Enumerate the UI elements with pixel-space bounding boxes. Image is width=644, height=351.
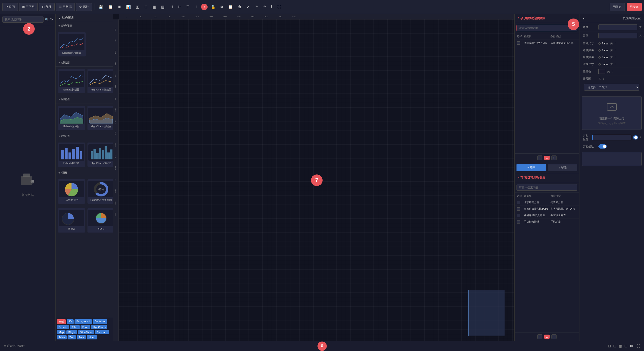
back-button[interactable]: ↩ 返回 xyxy=(2,3,18,11)
table-icon-btn[interactable]: ⊞ xyxy=(116,3,123,11)
publish-button[interactable]: 图发布 xyxy=(627,3,642,11)
project-checkbox-2[interactable] xyxy=(517,207,520,210)
tag-Standard[interactable]: Standard xyxy=(95,330,109,334)
bound-checkbox-1[interactable] xyxy=(517,42,520,45)
check-icon-btn[interactable]: ✓ xyxy=(245,3,252,11)
project-row-1[interactable]: 北京销售分析 销售额分析 xyxy=(515,199,579,206)
project-row-2[interactable]: 各省份流量占比TOP5 各省份流量占比TOP5 xyxy=(515,206,579,212)
resource-upload-area[interactable]: 请选择一个资源上传 支持png,jpg,gif,bmp格式 xyxy=(582,96,642,130)
search-submit-button[interactable]: 🔍 xyxy=(45,18,49,21)
delete-icon-btn[interactable]: 🗑 xyxy=(236,3,244,11)
project-checkbox-4[interactable] xyxy=(517,220,520,224)
project-next-btn[interactable]: › xyxy=(552,334,556,339)
category-header-区域[interactable]: ∨ 区域图 xyxy=(56,96,113,104)
component-highcharts-柱状[interactable]: HighCharts柱状图 xyxy=(88,142,113,167)
project-checkbox-3[interactable] xyxy=(517,214,520,217)
bound-row-1[interactable]: 省间流量分企业占比 省间流量分企业占比 xyxy=(515,40,579,46)
tag-Container[interactable]: Container xyxy=(93,319,108,324)
data-button[interactable]: ☰ 目数据 xyxy=(56,3,75,11)
resource-select[interactable]: 请选择一个资源 xyxy=(584,84,639,91)
info-icon-btn[interactable]: ℹ xyxy=(269,3,274,11)
category-header-综合[interactable]: ∨ 综合图表 xyxy=(56,22,113,30)
page-title-toggle[interactable] xyxy=(633,135,638,140)
bg-image-info-icon[interactable]: ℹ xyxy=(603,77,604,80)
tag-Form[interactable]: Form xyxy=(80,325,90,329)
props-button[interactable]: ⚙ 属性 xyxy=(76,3,92,11)
align-bottom-btn[interactable]: ⊥ xyxy=(193,3,200,11)
grid-icon-btn[interactable]: ▦ xyxy=(618,344,622,348)
project-prev-btn[interactable]: ‹ xyxy=(537,334,542,339)
align-top-btn[interactable]: ⊤ xyxy=(184,3,191,11)
chart-icon-btn[interactable]: 📊 xyxy=(124,3,132,11)
project-row-3[interactable]: 各省流出/流入流量... 各省流量列表 xyxy=(515,212,579,219)
component-echarts-进度条饼图[interactable]: 61% Echarts进度条饼图 xyxy=(88,179,113,204)
tag-3D[interactable]: 3D xyxy=(67,319,74,324)
copy-icon-btn[interactable]: ⧉ xyxy=(219,3,225,11)
component-extra-2[interactable]: 图表B xyxy=(88,208,113,232)
rescale-info-icon[interactable]: ℹ xyxy=(614,42,616,45)
tag-Echarts[interactable]: Echarts xyxy=(57,325,69,329)
tag-Plugin[interactable]: Plugin xyxy=(66,330,77,334)
project-search-input[interactable] xyxy=(516,184,577,191)
remove-button[interactable]: ∨ 移除 xyxy=(548,164,578,171)
resize-icon-btn[interactable]: ⊡ xyxy=(608,344,611,348)
width-input[interactable] xyxy=(598,24,637,30)
canvas-element[interactable] xyxy=(468,290,505,336)
tag-Background[interactable]: Background xyxy=(74,319,92,324)
page-desc-toggle[interactable] xyxy=(598,144,607,148)
category-header-柱状[interactable]: ∨ 柱状图 xyxy=(56,132,113,140)
tag-Tree[interactable]: Tree xyxy=(77,335,86,340)
save-button[interactable]: 图保存 xyxy=(610,3,625,11)
component-button[interactable]: ⊡ 部件 xyxy=(39,3,54,11)
tag-Table[interactable]: Table xyxy=(57,335,67,340)
align-left-btn[interactable]: ⊣ xyxy=(168,3,175,11)
redo-icon-btn[interactable]: ↷ xyxy=(253,3,260,11)
crop-icon-btn[interactable]: ⊞ xyxy=(613,344,616,348)
height-input[interactable] xyxy=(598,33,637,38)
component-highcharts-区域[interactable]: HighCharts区域图 xyxy=(88,106,113,130)
layout-icon-btn[interactable]: ▤ xyxy=(159,3,166,11)
canvas-area[interactable]: 0 50 100 150 200 250 300 350 400 450 500… xyxy=(114,14,514,341)
grid-icon-btn[interactable]: ▦ xyxy=(151,3,158,11)
canvas-content[interactable]: 7 xyxy=(119,20,514,341)
fill-width-info-icon[interactable]: ℹ xyxy=(614,49,616,52)
project-checkbox-1[interactable] xyxy=(517,201,520,204)
scatter-icon-btn[interactable]: ⊡ xyxy=(142,3,149,11)
refresh-button[interactable]: ↻ xyxy=(50,18,53,21)
component-echarts-综合[interactable]: Echarts综合图表 xyxy=(58,32,86,56)
paste-icon-btn[interactable]: 📋 xyxy=(226,3,235,11)
fill-height-info-icon[interactable]: ℹ xyxy=(614,56,616,59)
shrink-info-icon[interactable]: ℹ xyxy=(614,63,616,66)
component-extra-1[interactable]: 图表A xyxy=(58,208,85,232)
align-right-btn[interactable]: ⊢ xyxy=(176,3,183,11)
component-echarts-区域[interactable]: Echarts区域图 xyxy=(58,106,85,130)
component-echarts-折线[interactable]: Echarts折线图 xyxy=(58,69,85,93)
save-icon-btn[interactable]: 💾 xyxy=(97,3,105,11)
bg-color-info-icon[interactable]: ℹ xyxy=(612,70,612,73)
export-icon-btn[interactable]: 📋 xyxy=(106,3,115,11)
fit-icon-btn[interactable]: ⊟ xyxy=(624,344,627,348)
tag-全部[interactable]: 全部 xyxy=(57,319,66,324)
category-header-折线[interactable]: ∨ 折线图 xyxy=(56,59,113,67)
lock-icon-btn[interactable]: 🔒 xyxy=(209,3,217,11)
next-page-btn[interactable]: › xyxy=(552,156,556,160)
prev-page-btn[interactable]: ‹ xyxy=(537,156,542,160)
component-echarts-柱状[interactable]: Echarts柱状图 xyxy=(58,142,85,167)
project-row-4[interactable]: 手机销售情况 手机销量 xyxy=(515,219,579,225)
area-icon-btn[interactable]: ◫ xyxy=(134,3,141,11)
tag-HighCharts[interactable]: HighCharts xyxy=(91,325,107,329)
page-title-input[interactable] xyxy=(592,135,631,140)
category-header-饼图[interactable]: ∨ 饼图 xyxy=(56,169,113,177)
component-echarts-饼图[interactable]: Echarts饼图 xyxy=(58,179,85,204)
tag-Video[interactable]: Video xyxy=(87,335,97,340)
page-desc-input[interactable] xyxy=(582,152,642,166)
undo-icon-btn[interactable]: ↶ xyxy=(261,3,268,11)
component-highcharts-折线[interactable]: HighCharts折线图 xyxy=(88,69,113,93)
tag-SlideShow[interactable]: SlideShow xyxy=(78,330,94,334)
add-button[interactable]: ∧ 选中 xyxy=(516,164,546,171)
tag-Map[interactable]: Map xyxy=(57,330,66,334)
tag-Test[interactable]: Test xyxy=(68,335,76,340)
layer-button[interactable]: ⊞ 三层组 xyxy=(19,3,38,11)
fullscreen-bottom-btn[interactable]: ⛶ xyxy=(636,344,640,348)
scene-search-input[interactable] xyxy=(2,16,44,23)
